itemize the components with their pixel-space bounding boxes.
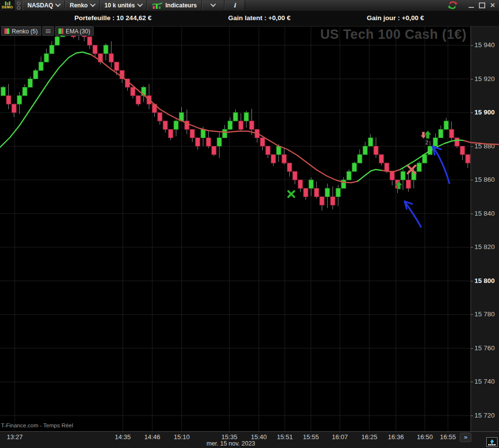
renko-brick [44, 54, 49, 62]
renko-brick [309, 180, 313, 188]
renko-brick [358, 155, 362, 163]
renko-brick [195, 138, 200, 146]
toolbar: DEMO NASDAQ Renko 10 k unités Indicateur… [0, 0, 499, 11]
renko-brick [439, 129, 443, 138]
window-controls: × [465, 2, 499, 9]
drawn-arrow[interactable] [433, 146, 449, 183]
renko-brick [12, 104, 16, 112]
renko-brick [131, 87, 135, 96]
chart-legend: Renko (5) EMA (30) [1, 27, 94, 36]
ema-line [464, 140, 499, 144]
indicators-button-label: Indicateurs [166, 2, 197, 9]
legend-settings-button[interactable] [42, 27, 54, 36]
renko-brick [460, 146, 465, 155]
indicators-button[interactable]: Indicateurs [147, 0, 202, 10]
renko-brick [174, 121, 178, 129]
close-button[interactable]: × [490, 2, 495, 9]
renko-brick [163, 121, 167, 129]
instrument-dropdown[interactable]: NASDAQ [23, 0, 65, 10]
minimize-button[interactable] [469, 7, 474, 8]
renko-brick [417, 163, 421, 171]
instrument-dropdown-label: NASDAQ [28, 2, 53, 9]
more-button[interactable]: » [460, 433, 471, 442]
renko-brick [93, 45, 97, 54]
demo-candles-icon [5, 1, 10, 5]
refresh-icon[interactable] [448, 1, 458, 10]
ema-line [91, 55, 358, 183]
renko-brick [363, 146, 367, 155]
time-axis[interactable]: mer. 15 nov. 2023 » 13:2714:3514:4615:10… [0, 431, 499, 448]
renko-brick [466, 155, 470, 163]
renko-brick [23, 87, 27, 96]
time-label: 16:55 [440, 433, 456, 441]
renko-brick [39, 62, 43, 70]
maximize-button[interactable] [479, 2, 485, 8]
renko-brick [401, 171, 405, 180]
renko-brick [287, 163, 292, 171]
renko-brick [331, 196, 335, 205]
renko-brick [455, 138, 459, 146]
renko-brick [277, 146, 281, 155]
renko-brick [314, 188, 319, 196]
renko-brick [449, 129, 454, 138]
renko-brick [1, 87, 5, 96]
daily-gain: Gain jour : +0,00 € [317, 14, 474, 22]
time-label: 13:27 [7, 433, 23, 441]
legend-ema-label: EMA (30) [66, 28, 90, 35]
chevron-down-icon [55, 1, 60, 6]
time-label: 16:25 [361, 433, 378, 441]
renko-brick [304, 188, 308, 196]
app-badge-icon [15, 0, 23, 11]
renko-brick [201, 129, 205, 138]
renko-brick [28, 79, 32, 87]
renko-brick [266, 146, 270, 155]
renko-brick [50, 45, 54, 54]
drawn-arrow[interactable] [405, 201, 421, 227]
renko-brick [347, 171, 351, 180]
renko-brick [244, 112, 249, 121]
time-label: 16:07 [332, 433, 348, 441]
renko-brick [222, 129, 227, 138]
ema-swatch-icon [58, 28, 63, 34]
renko-brick [433, 138, 438, 146]
renko-brick [260, 138, 265, 146]
time-label: 14:46 [144, 433, 161, 441]
renko-brick [33, 70, 38, 79]
time-label: 15:10 [174, 433, 190, 441]
time-label: 15:40 [251, 433, 267, 441]
chevron-down-icon [210, 1, 216, 6]
portfolio-value: Portefeuille : 10 244,62 € [34, 14, 192, 22]
renko-brick [158, 112, 162, 121]
renko-brick [239, 121, 243, 129]
renko-brick [444, 121, 448, 129]
renko-brick [168, 129, 173, 138]
chart-area: US Tech 100 Cash (1€) 15 94015 92015 900… [0, 26, 499, 431]
time-label: 15:35 [222, 433, 238, 441]
legend-ema[interactable]: EMA (30) [55, 27, 94, 36]
renko-brick [250, 121, 254, 129]
date-label: mer. 15 nov. 2023 [206, 440, 255, 447]
quantity-dropdown[interactable]: 10 k unités [100, 0, 147, 10]
info-button[interactable]: i [224, 0, 245, 10]
renko-brick [406, 180, 411, 188]
indicators-chevron-button[interactable] [202, 0, 224, 10]
buy-arrow-marker [424, 131, 431, 139]
renko-brick [6, 96, 11, 104]
renko-brick [298, 180, 303, 188]
time-label: 16:50 [417, 433, 433, 441]
legend-renko[interactable]: Renko (5) [1, 27, 41, 36]
chart-type-dropdown[interactable]: Renko [65, 0, 100, 10]
provider-watermark: T-Finance.com - Temps Réel [1, 422, 73, 428]
renko-brick [352, 163, 357, 171]
renko-brick [293, 171, 297, 180]
chart-type-dropdown-label: Renko [70, 2, 88, 9]
scroll-to-latest-icon[interactable] [486, 437, 498, 447]
trading-app-window: DEMO NASDAQ Renko 10 k unités Indicateur… [0, 0, 499, 448]
renko-brick [385, 163, 389, 171]
renko-swatch-icon [4, 28, 9, 34]
renko-brick [320, 196, 324, 205]
renko-chart-canvas[interactable]: 2 [0, 26, 499, 431]
unrealized-gain: Gain latent : +0,00 € [181, 14, 338, 22]
renko-brick [136, 96, 140, 104]
chevron-down-icon [137, 1, 142, 6]
